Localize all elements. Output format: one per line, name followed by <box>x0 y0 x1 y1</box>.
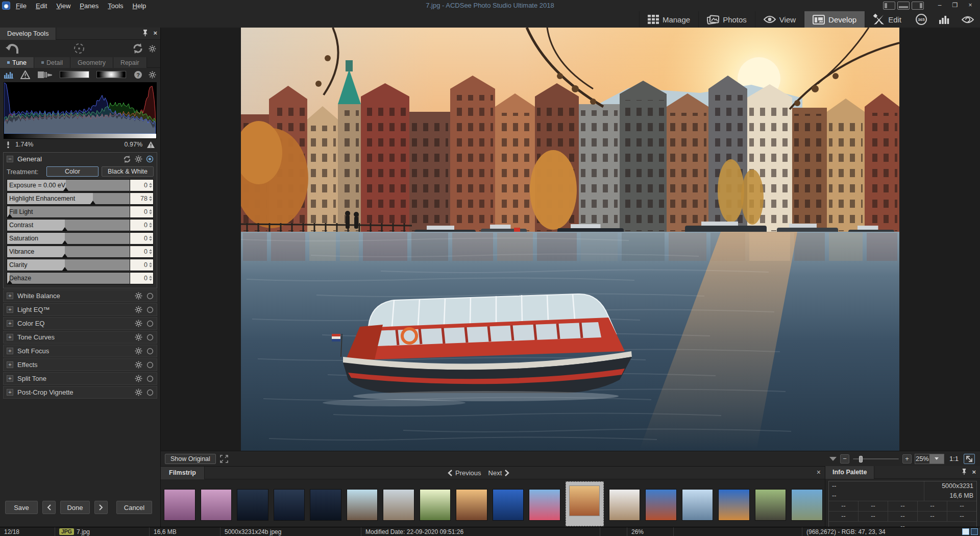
spinner-icon[interactable] <box>149 249 153 254</box>
section-toggle-icon[interactable] <box>146 334 154 341</box>
general-reset-icon[interactable] <box>123 155 131 163</box>
thumbnail-colorful-houses[interactable] <box>718 489 750 521</box>
thumbnail-night-city-1[interactable] <box>237 489 268 521</box>
section-gear-icon[interactable] <box>135 333 142 341</box>
tab-detail[interactable]: Detail <box>34 57 70 68</box>
show-original-button[interactable]: Show Original <box>165 454 216 464</box>
activity-chart-icon[interactable] <box>933 11 955 28</box>
previous-image-button[interactable] <box>42 501 56 514</box>
section-split-tone[interactable]: +Split Tone <box>3 372 157 385</box>
expand-icon[interactable]: + <box>7 375 13 382</box>
help-icon[interactable]: ? <box>134 70 142 79</box>
slider-thumb[interactable] <box>62 240 67 244</box>
panel-close-icon[interactable]: × <box>153 29 157 37</box>
thumbnail-canal-bridge[interactable] <box>383 489 414 521</box>
slider-track[interactable]: Vibrance <box>7 246 130 257</box>
previous-button[interactable]: Previous <box>448 469 481 477</box>
info-palette-close-icon[interactable]: × <box>972 468 976 476</box>
develop-tools-tab[interactable]: Develop Tools <box>0 28 56 40</box>
slider-value-box[interactable]: 0 <box>130 273 153 284</box>
spinner-icon[interactable] <box>149 276 153 281</box>
spinner-icon[interactable] <box>149 196 153 201</box>
thumbnail-bikes-bridge[interactable] <box>755 489 787 521</box>
app-logo-icon[interactable]: ◉ <box>2 2 10 10</box>
section-gear-icon[interactable] <box>135 320 142 327</box>
zoom-slider[interactable] <box>852 458 899 460</box>
section-toggle-icon[interactable] <box>146 361 154 369</box>
section-tone-curves[interactable]: +Tone Curves <box>3 331 157 344</box>
slider-thumb[interactable] <box>7 214 12 217</box>
tab-geometry[interactable]: Geometry <box>70 57 113 68</box>
thumbnail-blue-night-canal[interactable] <box>493 489 524 521</box>
section-post-crop-vignette[interactable]: +Post-Crop Vignette <box>3 386 157 399</box>
zoom-out-button[interactable]: − <box>840 454 849 464</box>
slider-track[interactable]: Highlight Enhancement <box>7 193 130 204</box>
general-gear-icon[interactable] <box>135 155 142 163</box>
exposure-warning-icon[interactable] <box>20 70 30 79</box>
slider-value-box[interactable]: 0 <box>130 206 153 217</box>
section-toggle-icon[interactable] <box>146 348 154 355</box>
menu-item-help[interactable]: Help <box>128 1 151 11</box>
menu-item-edit[interactable]: Edit <box>31 1 52 11</box>
mode-button-edit[interactable]: Edit <box>865 11 910 28</box>
section-gear-icon[interactable] <box>135 306 142 313</box>
section-gear-icon[interactable] <box>135 375 142 382</box>
mode-button-view[interactable]: View <box>755 11 804 28</box>
linear-gradient-tool-icon[interactable] <box>60 71 89 78</box>
section-effects[interactable]: +Effects <box>3 358 157 371</box>
slider-value-box[interactable]: 0 <box>130 246 153 257</box>
slider-thumb[interactable] <box>62 267 67 271</box>
slider-track[interactable]: Clarity <box>7 259 130 271</box>
slider-value-box[interactable]: 0 <box>130 180 153 191</box>
slider-dehaze[interactable]: Dehaze0 <box>7 272 154 284</box>
slider-exposure-ev[interactable]: Exposure = 0.00 eV0 <box>7 179 154 191</box>
slider-thumb[interactable] <box>7 280 12 284</box>
filmstrip-close-icon[interactable]: × <box>817 469 821 476</box>
slider-value-box[interactable]: 78 <box>130 193 153 204</box>
slider-highlight-enhancement[interactable]: Highlight Enhancement78 <box>7 192 154 205</box>
slider-thumb[interactable] <box>62 227 67 231</box>
slider-fill-light[interactable]: Fill Light0 <box>7 206 154 218</box>
section-toggle-icon[interactable] <box>146 389 154 396</box>
thumbnail-selected-amsterdam-sunset[interactable] <box>566 481 604 526</box>
tab-repair[interactable]: Repair <box>113 57 147 68</box>
expand-icon[interactable]: + <box>7 361 13 368</box>
general-header[interactable]: − General <box>4 153 157 165</box>
menu-item-tools[interactable]: Tools <box>103 1 128 11</box>
mode-button-photos[interactable]: Photos <box>698 11 755 28</box>
mode-button-develop[interactable]: Develop <box>804 11 865 28</box>
section-white-balance[interactable]: +White Balance <box>3 289 157 302</box>
undo-icon[interactable] <box>5 42 19 55</box>
expand-icon[interactable]: + <box>7 389 13 396</box>
thumbnail-canal-houses-day[interactable] <box>347 489 378 521</box>
section-soft-focus[interactable]: +Soft Focus <box>3 345 157 357</box>
section-toggle-icon[interactable] <box>146 293 154 300</box>
section-toggle-icon[interactable] <box>146 306 154 313</box>
slider-value-box[interactable]: 0 <box>130 220 153 231</box>
layout-left-pane-icon[interactable] <box>883 2 895 10</box>
actual-size-button[interactable]: 1:1 <box>947 455 961 462</box>
thumbnail-blue-sky-houses[interactable] <box>645 489 677 521</box>
thumbnail-pink-flowers-2[interactable] <box>201 489 232 521</box>
section-gear-icon[interactable] <box>135 347 142 355</box>
pin-icon[interactable] <box>142 29 148 36</box>
thumbnail-night-city-3[interactable] <box>310 489 341 521</box>
slider-track[interactable]: Contrast <box>7 220 130 231</box>
acdsee-365-icon[interactable]: 365 <box>910 11 933 28</box>
minimize-button[interactable]: – <box>933 2 946 10</box>
radial-gradient-tool-icon[interactable] <box>96 71 126 78</box>
filmstrip-tab[interactable]: Filmstrip <box>161 467 205 479</box>
fit-image-button[interactable] <box>964 454 975 464</box>
done-button[interactable]: Done <box>60 501 90 514</box>
close-button[interactable]: × <box>964 2 977 10</box>
zoom-in-button[interactable]: + <box>902 454 912 464</box>
slider-value-box[interactable]: 0 <box>130 259 153 271</box>
tab-tune[interactable]: Tune <box>0 57 34 68</box>
section-gear-icon[interactable] <box>135 361 142 369</box>
expand-icon[interactable]: + <box>7 348 13 354</box>
develop-settings-gear-icon[interactable] <box>149 45 156 53</box>
quick-view-eye-icon[interactable] <box>955 11 980 28</box>
menu-item-view[interactable]: View <box>52 1 75 11</box>
slider-clarity[interactable]: Clarity0 <box>7 259 154 271</box>
slider-track[interactable]: Exposure = 0.00 eV <box>7 180 130 191</box>
